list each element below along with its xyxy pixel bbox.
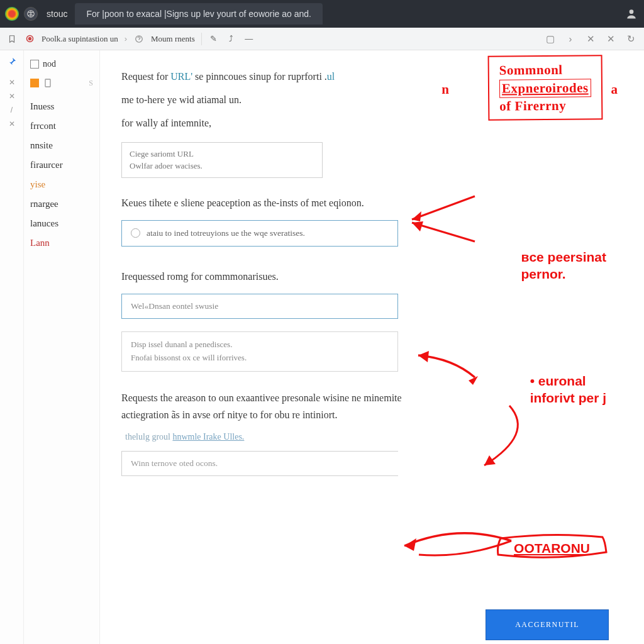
radio-circle-icon <box>131 228 140 238</box>
sidebar-item-6[interactable]: lanuces <box>30 214 93 233</box>
intro-line-3: for wally af intemnite, <box>121 114 619 131</box>
submit-button[interactable]: AACGERNUTIL <box>486 609 609 640</box>
text-input-1-placeholder: Wel«Dnsan eontel swusie <box>131 301 218 311</box>
chevron-right-icon: › <box>125 34 127 43</box>
refresh-icon[interactable]: ↻ <box>624 33 638 45</box>
pin-icon[interactable] <box>0 57 23 69</box>
hint-text: thelulg groul hnwmle Irake Ulles. <box>125 432 619 442</box>
section-3-text: Requests the areason to oun exaantivee p… <box>121 389 430 423</box>
browser-tab[interactable]: For |poon to exacal |Signs up lev yourt … <box>75 3 323 25</box>
target-icon[interactable] <box>24 33 35 45</box>
window-icon[interactable]: ▢ <box>543 33 557 45</box>
close-icon-2[interactable]: ✕ <box>604 33 618 45</box>
gutter-x3[interactable]: ✕ <box>0 119 23 128</box>
gutter-x2[interactable]: ✕ <box>0 92 23 101</box>
breadcrumb-2[interactable]: Moum rnents <box>151 34 195 44</box>
ul-link[interactable]: ul <box>327 71 335 82</box>
close-icon[interactable]: ✕ <box>584 33 597 45</box>
text-input-1[interactable]: Wel«Dnsan eontel swusie <box>121 294 398 319</box>
profile-icon[interactable] <box>624 6 639 21</box>
more-icon[interactable]: ― <box>243 33 255 45</box>
radio-option[interactable]: ataiu to ined totreuyions ue the wqe sve… <box>121 220 398 247</box>
sidebar-row-2[interactable]: S <box>30 78 93 88</box>
text-input-2[interactable]: Winn ternove oted ocons. <box>121 451 398 476</box>
intro-line-2: me to-here ye wid atiamal un. <box>121 91 619 108</box>
info-box-1-l2: Owlfar adoer wacises. <box>130 160 314 172</box>
url-link[interactable]: URL' <box>170 71 192 82</box>
share-icon[interactable]: ⤴ <box>226 33 237 45</box>
square-icon <box>30 60 39 69</box>
breadcrumb-1[interactable]: Poolk.a supintastion un <box>42 34 118 44</box>
next-icon[interactable]: › <box>564 33 577 44</box>
text-input-2-placeholder: Winn ternove oted ocons. <box>131 458 218 468</box>
toolbar: Poolk.a supintastion un › Moum rnents ✎ … <box>0 28 644 50</box>
note-l1: Disp issel dunanl a penedisces. <box>131 338 389 352</box>
gutter-slash: / <box>0 106 23 114</box>
svg-point-3 <box>28 38 31 40</box>
sidebar-item-5[interactable]: rnargee <box>30 194 93 214</box>
site-favicon <box>24 7 38 21</box>
tab-title: For |poon to exacal |Signs up lev yourt … <box>86 9 311 19</box>
note-l2: Fnofai bissonst ox ce will iforrives. <box>131 352 389 365</box>
sidebar: nod S Inuessfrrcontnnsitefiraurceryisern… <box>24 50 99 644</box>
info-box-1: Ciege sariomt URL Owlfar adoer wacises. <box>121 142 323 178</box>
svg-rect-5 <box>45 79 50 87</box>
edit-icon[interactable]: ✎ <box>208 33 219 45</box>
note-box: Disp issel dunanl a penedisces. Fnofai b… <box>121 331 398 372</box>
intro-line-1: Request for URL' se pinncoues sinup for … <box>121 68 619 85</box>
sidebar-item-4[interactable]: yise <box>30 175 93 194</box>
gutter-x1[interactable]: ✕ <box>0 78 23 87</box>
orange-square-icon <box>30 79 39 87</box>
site-label: stouc <box>47 9 67 19</box>
doc-icon <box>43 78 53 88</box>
bookmark-icon[interactable] <box>6 33 18 45</box>
sidebar-badge: S <box>89 79 93 88</box>
sidebar-item-3[interactable]: firaurcer <box>30 155 93 175</box>
sidebar-item-0[interactable]: Inuess <box>30 97 93 116</box>
sidebar-row-1-label: nod <box>43 59 56 69</box>
help-icon[interactable] <box>133 33 145 45</box>
submit-button-label: AACGERNUTIL <box>515 620 579 629</box>
sidebar-item-1[interactable]: frrcont <box>30 116 93 136</box>
sidebar-item-7[interactable]: Lann <box>30 233 93 253</box>
gutter: ✕ ✕ / ✕ <box>0 50 24 644</box>
radio-label: ataiu to ined totreuyions ue the wqe sve… <box>147 228 305 238</box>
hint-link[interactable]: hnwmle Irake Ulles. <box>172 432 244 441</box>
info-box-1-l1: Ciege sariomt URL <box>130 148 314 160</box>
chrome-icon <box>5 7 19 21</box>
svg-point-1 <box>630 9 634 14</box>
sidebar-item-2[interactable]: nnsite <box>30 136 93 155</box>
section-2-text: Irequessed romg for commmonarisues. <box>121 268 619 285</box>
main-content: Request for URL' se pinncoues sinup for … <box>99 50 644 644</box>
browser-titlebar: stouc For |poon to exacal |Signs up lev … <box>0 0 644 28</box>
sidebar-row-1[interactable]: nod <box>30 59 93 69</box>
section-1-text: Keues tihete e sliene peaception as the-… <box>121 194 411 211</box>
